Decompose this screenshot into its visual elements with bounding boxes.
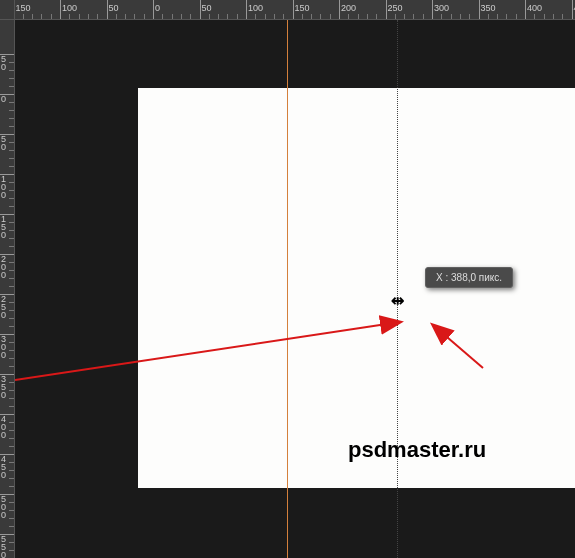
ruler-h-label: 150: [295, 3, 310, 13]
ruler-h-tick: [525, 0, 526, 19]
ruler-h-label: 50: [202, 3, 212, 13]
ruler-h-tick: [200, 0, 201, 19]
ruler-v-label: 250: [1, 295, 9, 319]
ruler-v-label: 50: [1, 55, 9, 71]
document-canvas[interactable]: [138, 88, 575, 488]
ruler-h-tick: [293, 0, 294, 19]
ruler-v-label: 0: [1, 95, 9, 103]
ruler-h-tick: [572, 0, 573, 19]
ruler-h-tick: [107, 0, 108, 19]
ruler-corner: [0, 0, 15, 20]
ruler-h-label: 250: [388, 3, 403, 13]
ruler-h-label: 50: [109, 3, 119, 13]
ruler-h-tick: [479, 0, 480, 19]
ruler-v-label: 100: [1, 175, 9, 199]
tooltip-text: X : 388,0 пикс.: [436, 272, 502, 283]
move-guide-cursor-icon: ⇹: [391, 291, 404, 310]
ruler-h-tick: [339, 0, 340, 19]
vertical-ruler[interactable]: 5005010015020025030035040045050055060065…: [0, 20, 15, 558]
ruler-v-label: 350: [1, 375, 9, 399]
ruler-h-label: 350: [481, 3, 496, 13]
ruler-v-label: 550: [1, 535, 9, 558]
ruler-h-label: 300: [434, 3, 449, 13]
ruler-h-tick: [246, 0, 247, 19]
ruler-h-label: 0: [155, 3, 160, 13]
horizontal-ruler[interactable]: 1501005005010015020025030035040045050055…: [15, 0, 575, 20]
ruler-v-label: 400: [1, 415, 9, 439]
ruler-h-label: 400: [527, 3, 542, 13]
ruler-v-label: 450: [1, 455, 9, 479]
ruler-v-label: 500: [1, 495, 9, 519]
ruler-h-tick: [60, 0, 61, 19]
ruler-h-label: 100: [248, 3, 263, 13]
ruler-h-tick: [386, 0, 387, 19]
ruler-h-label: 150: [16, 3, 31, 13]
ruler-v-label: 150: [1, 215, 9, 239]
ruler-v-label: 50: [1, 135, 9, 151]
vertical-guide-orange[interactable]: [287, 20, 288, 558]
ruler-v-label: 300: [1, 335, 9, 359]
ruler-h-tick: [432, 0, 433, 19]
vertical-guide-dragging[interactable]: [397, 20, 398, 558]
canvas-area[interactable]: ⇹ X : 388,0 пикс. psdmaster.ru: [15, 20, 575, 558]
ruler-h-label: 200: [341, 3, 356, 13]
position-tooltip: X : 388,0 пикс.: [425, 267, 513, 288]
watermark-text: psdmaster.ru: [348, 437, 486, 463]
ruler-v-label: 200: [1, 255, 9, 279]
ruler-h-label: 100: [62, 3, 77, 13]
ruler-h-tick: [153, 0, 154, 19]
